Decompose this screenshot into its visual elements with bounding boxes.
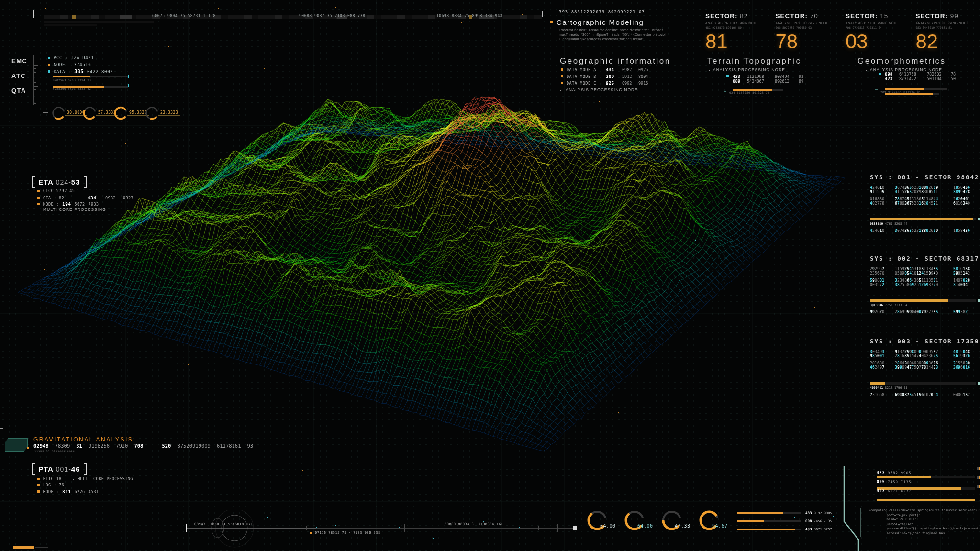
config-line: port="${jmx.port}" — [869, 513, 980, 518]
gravitational-token: 520 — [162, 443, 171, 449]
bullet-icon — [879, 73, 881, 75]
topo-readout-row-v3: 803494 — [775, 74, 799, 79]
top-strip-left-tick[interactable] — [33, 10, 34, 18]
sys-data-row-col1: 590801 — [870, 278, 895, 283]
orange-speck — [461, 22, 462, 23]
sys-progress-fill — [870, 218, 973, 220]
mini-bar-label-bold: 483 — [805, 511, 812, 515]
geomorph-readout-row: 423873147250110450 — [879, 77, 956, 81]
processing-node-icon — [71, 477, 74, 480]
topo-readout-row-v1: 089 — [733, 79, 747, 84]
sys-bar-tiny-rest: 4760 8208 44 — [883, 222, 907, 226]
gravitational-token: 708 — [134, 443, 143, 449]
corner-accent-bar — [13, 546, 34, 549]
sys-progress-endcap — [978, 382, 980, 385]
sys-data-row-col3: 3155839 — [953, 361, 980, 365]
geomorph-readout-row: 098641375878260278 — [879, 72, 956, 77]
topo-progress-fill — [733, 89, 772, 91]
rail-tick — [34, 79, 36, 79]
gravitational-token: 9198256 — [89, 443, 110, 449]
orange-speck — [618, 412, 619, 413]
sys-footer-row-col1: 992620 — [870, 310, 895, 314]
gravitational-token: 87520919009 — [177, 443, 211, 449]
orange-speck — [814, 307, 815, 308]
geo-row-value-2: 5912 — [622, 74, 638, 79]
top-bar-segment — [120, 15, 132, 19]
sys-data-row-col2: 678636752816284521 — [895, 201, 953, 206]
acc-row-text: DATA : — [54, 69, 71, 74]
bottom-gauge-dial — [660, 508, 684, 532]
sys-data-row-col2: 307436552318892609 — [895, 186, 953, 190]
sector-value: 15 — [880, 12, 888, 20]
mini-bar-label-rest: 8671 8257 — [812, 528, 832, 531]
orange-speck — [599, 101, 600, 102]
geomorph-progress-fill — [885, 88, 924, 90]
topo-readout-row-v2: 5434867 — [747, 79, 775, 84]
topo-readout-row-v4: 92 — [799, 74, 803, 79]
terrain-topographic-title: Terrain Topographic — [707, 56, 802, 66]
mini-bar-label-rest: 9192 9905 — [812, 511, 832, 515]
terrain-topo-node-label: ANALYSIS PROCESSING NODE — [713, 67, 785, 72]
sys-data-row-col3: 5619326 — [953, 354, 980, 358]
mini-bar-row: 483 9192 9905 — [737, 511, 832, 515]
sector-node-label: ANALYSIS PROCESSING NODE — [846, 22, 911, 25]
orange-speck — [218, 8, 219, 9]
sector-node-label: ANALYSIS PROCESSING NODE — [776, 22, 841, 25]
geo-row-label: DATA MODE A — [567, 67, 606, 72]
eta-row-qea-v2: 0982 — [105, 196, 120, 200]
sector-label: SECTOR: 82 — [705, 12, 770, 20]
geo-data-row: DATA MODE A43409820926 — [561, 67, 655, 72]
sector-label-text: SECTOR: — [705, 12, 740, 20]
rail-tick — [34, 58, 36, 58]
config-line: accessFile="${computingBase.bas — [869, 531, 980, 536]
sys-footer-row: 9926202869959040079227555993821 — [870, 310, 980, 314]
rail-tick — [34, 55, 38, 55]
orange-speck — [168, 46, 169, 47]
sector-label-text: SECTOR: — [776, 12, 810, 20]
geo-row-value-3: 0926 — [638, 67, 655, 72]
timeline-playhead[interactable] — [186, 524, 187, 532]
timeline-handle[interactable] — [573, 526, 577, 530]
bracket-polyline-icon — [836, 458, 867, 551]
bullet-icon — [726, 75, 729, 77]
sector-code-line: 083 3443019 770581 81 — [916, 26, 980, 29]
sys-data-row-col2: 323486643651113501 — [895, 278, 953, 283]
config-text-block: <computing classNode="com.springsource.t… — [869, 508, 980, 536]
acc-row-bold-value: 335 — [74, 69, 84, 74]
cyan-speck — [833, 516, 834, 517]
sys-data-row: 2356700509054101241509405985142 — [870, 271, 980, 276]
sys-progress-fill — [870, 382, 885, 385]
bottom-gauge-value: 64.00 — [637, 523, 653, 529]
mini-bar-fill — [737, 529, 795, 530]
sys-footer-row-col3: 5993821 — [953, 310, 980, 314]
sys-progress-fill — [870, 299, 948, 302]
sys-data-row-col2: 788745131865114844 — [895, 197, 953, 201]
big-bar-label-bold: 423 — [877, 471, 885, 475]
sys-data-row: 9115954115265202983005113899428 — [870, 190, 980, 194]
bullet-icon — [37, 203, 40, 205]
sys-data-row: 2016802864300698908936563155839 — [870, 361, 980, 365]
rail-tick — [34, 100, 36, 100]
grid-lines-background — [0, 0, 980, 551]
bottom-gauge-value: 94.67 — [712, 523, 728, 529]
geomorph-readout-row-v1: 098 — [885, 72, 899, 77]
sys-panel-title: SYS : 003 - SECTOR 17359 — [870, 338, 980, 345]
sys-bar-tiny-rest: 7750 7133 84 — [883, 303, 907, 307]
orange-speck — [335, 7, 336, 8]
geographic-information-title: Geographic information — [560, 56, 671, 66]
sys-data-row-col3: 3899428 — [953, 190, 980, 194]
sys-data-row-col1: 235670 — [870, 271, 895, 276]
timeline-tick — [404, 524, 405, 532]
mini-bar-label: 493 8671 8257 — [805, 527, 832, 531]
geo-row-value-2: 0982 — [622, 67, 638, 72]
timeline-tick — [280, 524, 280, 532]
big-bar-label-rest: 9782 9905 — [885, 471, 911, 475]
orange-speck — [45, 8, 46, 9]
sys-footer-row-col1: 424610 — [870, 229, 895, 233]
topo-readout-row-v1: 433 — [733, 74, 747, 79]
acc-progress-endcap — [128, 84, 129, 87]
edge-tick — [0, 428, 3, 429]
big-bar-label: 423 9782 9905 — [877, 471, 912, 475]
sys-data-row-col3: 3696016 — [953, 365, 980, 370]
orange-speck — [791, 121, 791, 121]
